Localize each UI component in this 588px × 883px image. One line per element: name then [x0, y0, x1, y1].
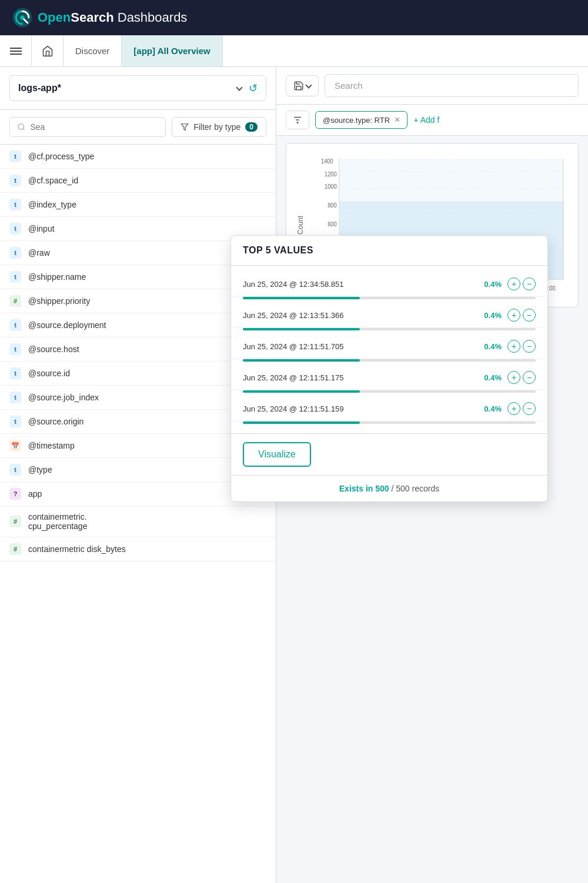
top5-exclude-button[interactable]: −	[523, 309, 536, 322]
field-name: @cf.process_type	[28, 152, 94, 161]
exists-in-link[interactable]: Exists in 500	[339, 484, 389, 493]
top5-header: TOP 5 VALUES	[276, 236, 547, 266]
top5-bar	[276, 297, 360, 299]
hamburger-button[interactable]	[0, 35, 32, 66]
field-name: @type	[28, 465, 52, 474]
top5-bar	[276, 328, 360, 330]
filter-count-badge: 0	[245, 122, 258, 132]
refresh-icon[interactable]: ↺	[249, 82, 258, 95]
top5-actions: + −	[507, 277, 536, 290]
field-item[interactable]: t@cf.process_type	[0, 145, 276, 169]
field-item[interactable]: #containermetric disk_bytes	[0, 537, 276, 561]
top5-bar	[276, 390, 360, 393]
main-layout: logs-app* ↺ Filter by type 0	[0, 67, 588, 883]
filter-by-type-button[interactable]: Filter by type 0	[172, 117, 266, 137]
field-name: containermetric disk_bytes	[28, 544, 126, 554]
top5-include-button[interactable]: +	[507, 309, 520, 322]
top5-bar-container	[276, 422, 536, 424]
discover-tab[interactable]: Discover	[64, 35, 122, 66]
top5-exclude-button[interactable]: −	[523, 340, 536, 353]
field-type-badge: t	[9, 367, 21, 379]
svg-point-3	[18, 124, 24, 130]
field-type-badge: t	[9, 271, 21, 283]
field-name: @timestamp	[28, 441, 75, 450]
filter-options-icon	[292, 115, 303, 125]
filter-options-button[interactable]	[286, 111, 309, 129]
top5-include-button[interactable]: +	[507, 340, 520, 353]
navbar: Discover [app] All Overview	[0, 35, 588, 67]
svg-line-4	[23, 129, 25, 131]
top5-exclude-button[interactable]: −	[523, 402, 536, 415]
field-type-badge: t	[9, 175, 21, 186]
filter-row: @source.type: RTR × + Add f	[276, 105, 588, 136]
index-selector[interactable]: logs-app* ↺	[9, 75, 266, 101]
top5-percentage: 0.4%	[484, 311, 502, 320]
top5-footer: Exists in 500 / 500 records	[276, 475, 547, 501]
field-name: @index_type	[28, 200, 76, 209]
filter-tag-close[interactable]: ×	[395, 115, 400, 125]
top5-bar-container	[276, 328, 536, 330]
top5-row: Jun 25, 2024 @ 12:11:51.705 0.4% + −	[276, 334, 547, 362]
field-type-badge: #	[9, 516, 21, 527]
chart-y-label: Count	[296, 216, 305, 235]
search-icon	[17, 122, 26, 132]
field-type-badge: 📅	[9, 440, 21, 451]
top5-actions: + −	[507, 309, 536, 322]
field-name: @raw	[28, 248, 50, 257]
logo: OpenSearch Dashboards	[12, 7, 187, 28]
top5-row: Jun 25, 2024 @ 12:13:51.366 0.4% + −	[276, 303, 547, 330]
field-type-badge: t	[9, 150, 21, 162]
all-overview-tab[interactable]: [app] All Overview	[122, 35, 222, 66]
save-dropdown-icon	[305, 82, 312, 88]
svg-marker-5	[181, 124, 188, 131]
field-type-badge: t	[9, 247, 21, 259]
search-bar-row: Search	[276, 67, 588, 105]
field-name: @source.job_index	[28, 393, 99, 402]
field-item[interactable]: #containermetric.cpu_percentage	[0, 506, 276, 537]
field-name: @shipper.priority	[28, 296, 90, 306]
top5-timestamp: Jun 25, 2024 @ 12:11:51.159	[276, 404, 478, 413]
field-type-badge: #	[9, 543, 21, 555]
top5-bar	[276, 359, 360, 362]
field-name: @cf.space_id	[28, 176, 78, 185]
visualize-button[interactable]: Visualize	[276, 442, 311, 467]
svg-point-9	[297, 122, 298, 123]
sidebar-search[interactable]	[9, 117, 166, 137]
add-filter-link[interactable]: + Add f	[413, 115, 439, 125]
top5-popup: TOP 5 VALUES Jun 25, 2024 @ 12:34:58.851…	[276, 235, 548, 502]
top5-percentage: 0.4%	[484, 404, 502, 413]
search-save-button[interactable]	[286, 75, 319, 96]
field-type-badge: #	[9, 295, 21, 307]
top5-bar-container	[276, 390, 536, 393]
field-item[interactable]: t@index_type	[0, 193, 276, 217]
top5-exclude-button[interactable]: −	[523, 371, 536, 384]
top5-row: Jun 25, 2024 @ 12:11:51.175 0.4% + −	[276, 365, 547, 393]
right-panel: Search @source.type: RTR × + Add f Count	[276, 67, 588, 883]
top5-actions: + −	[507, 340, 536, 353]
field-type-badge: t	[9, 464, 21, 476]
top5-timestamp: Jun 25, 2024 @ 12:11:51.705	[276, 342, 478, 351]
svg-text:600: 600	[328, 220, 337, 228]
top5-rows: Jun 25, 2024 @ 12:34:58.851 0.4% + − Jun…	[276, 266, 547, 433]
top5-include-button[interactable]: +	[507, 402, 520, 415]
top5-row: Jun 25, 2024 @ 12:11:51.159 0.4% + −	[276, 396, 547, 424]
home-button[interactable]	[32, 35, 64, 66]
field-type-badge: t	[9, 343, 21, 355]
search-input[interactable]: Search	[325, 74, 579, 97]
filter-tag[interactable]: @source.type: RTR ×	[315, 111, 407, 129]
top5-exclude-button[interactable]: −	[523, 277, 536, 290]
field-type-badge: t	[9, 199, 21, 210]
field-item[interactable]: t@cf.space_id	[0, 169, 276, 193]
home-icon	[42, 45, 54, 57]
sidebar-header: logs-app* ↺	[0, 67, 276, 110]
top5-include-button[interactable]: +	[507, 371, 520, 384]
field-name: @source.origin	[28, 417, 83, 426]
field-search-input[interactable]	[31, 122, 159, 132]
chevron-down-icon	[236, 84, 242, 91]
sidebar-search-row: Filter by type 0	[0, 110, 276, 145]
field-name: containermetric.cpu_percentage	[28, 512, 87, 531]
top5-include-button[interactable]: +	[507, 277, 520, 290]
top5-timestamp: Jun 25, 2024 @ 12:13:51.366	[276, 311, 478, 320]
svg-text:1000: 1000	[325, 183, 337, 190]
footer-text: / 500 records	[392, 484, 440, 493]
